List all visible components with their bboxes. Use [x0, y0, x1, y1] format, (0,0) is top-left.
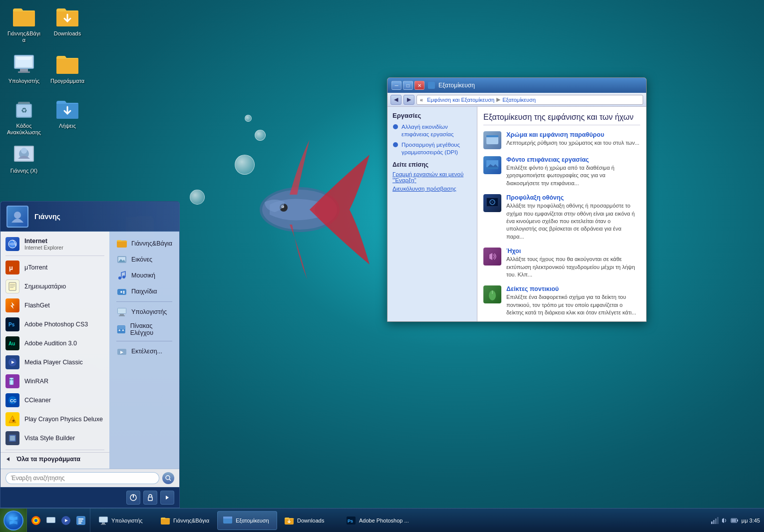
- start-item-mpc[interactable]: Media Player Classic: [0, 353, 109, 372]
- quick-btn-nav[interactable]: [74, 514, 88, 528]
- svg-rect-39: [11, 378, 12, 385]
- quick-btn-show-desktop[interactable]: [44, 514, 58, 528]
- right-item-giannis[interactable]: Γιάννης&Βάγια: [109, 236, 179, 252]
- start-item-utorrent[interactable]: μ μTorrent: [0, 258, 109, 277]
- start-item-photoshop[interactable]: Ps Adobe Photoshop CS3: [0, 315, 109, 334]
- start-item-ccleaner[interactable]: CC CCleaner: [0, 391, 109, 410]
- search-button[interactable]: [162, 472, 174, 484]
- svg-rect-121: [717, 517, 719, 524]
- search-input[interactable]: [5, 472, 159, 484]
- sidebar-link-icons[interactable]: Αλλαγή εικονιδίων επιφάνειας εργασίας: [392, 123, 472, 138]
- sidebar-link-dpi[interactable]: Προσαρμογή μεγέθους γραμματοσειράς (DPI): [392, 141, 472, 156]
- arrow-button[interactable]: [160, 491, 174, 505]
- computer-icon: [12, 52, 36, 76]
- ie-sublabel: Internet Explorer: [24, 245, 63, 251]
- lock-button[interactable]: [143, 491, 157, 505]
- quick-btn-media[interactable]: [59, 514, 73, 528]
- desktop-icon-giannis-vayia-top[interactable]: Γιάννης&Βάγια: [4, 2, 44, 45]
- start-menu-search: [0, 469, 179, 487]
- power-button[interactable]: [126, 491, 140, 505]
- show-desktop-icon: [45, 515, 56, 526]
- breadcrumb-part-2[interactable]: Εξατομίκευση: [502, 97, 536, 103]
- sounds-title[interactable]: Ήχοι: [506, 248, 640, 255]
- all-programs-item[interactable]: Όλα τα προγράμματα: [0, 452, 109, 466]
- screensaver-title[interactable]: Προφύλαξη οθόνης: [506, 194, 640, 201]
- quick-btn-firefox[interactable]: [29, 514, 43, 528]
- svg-rect-110: [102, 523, 105, 524]
- maximize-button[interactable]: □: [403, 81, 413, 90]
- start-item-crayon[interactable]: ★ Play Crayon Physics Deluxe: [0, 410, 109, 429]
- back-button[interactable]: ◀: [390, 95, 401, 105]
- desktop-icon-downloads-top[interactable]: Downloads: [47, 2, 87, 39]
- svg-point-52: [122, 275, 125, 278]
- see-also-link-1[interactable]: Γραμμή εργασιών και μενού "Έναρξη": [392, 171, 472, 183]
- start-item-internet[interactable]: Internet Internet Explorer: [0, 235, 109, 254]
- sidebar-link-2-text: Προσαρμογή μεγέθους γραμματοσειράς (DPI): [401, 141, 472, 156]
- desktop: Γιάννης&Βάγια Downloads Υπολογιστής: [0, 0, 764, 532]
- computer-label: Υπολογιστής: [8, 78, 40, 84]
- svg-point-51: [118, 276, 121, 279]
- taskbar-item-computer[interactable]: Υπολογιστής: [93, 511, 153, 530]
- sidebar-link-icon-2: [392, 142, 398, 148]
- taskbar-item-downloads[interactable]: Downloads: [279, 511, 339, 530]
- taskbar-photoshop-icon: Ps: [346, 516, 356, 526]
- svg-rect-125: [737, 520, 738, 522]
- right-item-music[interactable]: Μουσική: [109, 267, 179, 283]
- start-item-audition[interactable]: Au Adobe Audition 3.0: [0, 334, 109, 353]
- screensaver-icon: [483, 194, 501, 212]
- minimize-button[interactable]: ─: [391, 81, 401, 90]
- svg-rect-61: [119, 315, 125, 316]
- programmata-label: Προγράμματα: [50, 78, 84, 84]
- start-button[interactable]: [0, 509, 27, 532]
- right-games-label: Παιχνίδια: [131, 288, 157, 295]
- desktop-bg-title[interactable]: Φόντο επιφάνειας εργασίας: [506, 156, 640, 163]
- control-panel-window: ─ □ ✕ Εξατομίκευση ◀ ▶ « Εμφάνιση και Εξ…: [387, 77, 647, 322]
- lock-icon: [146, 494, 154, 502]
- taskbar-item-photoshop[interactable]: Ps Adobe Photoshop ...: [341, 511, 414, 530]
- audition-icon: Au: [5, 336, 19, 350]
- taskbar: Υπολογιστής Γιάννης&Βάγια Εξατομίκευση D…: [0, 508, 764, 532]
- user-avatar: [6, 206, 28, 228]
- right-item-games[interactable]: Παιχνίδια: [109, 283, 179, 299]
- taskbar-item-giannis[interactable]: Γιάννης&Βάγια: [155, 511, 215, 530]
- right-item-run[interactable]: Εκτέλεση...: [109, 343, 179, 359]
- audition-label: Adobe Audition 3.0: [24, 340, 77, 347]
- start-menu: Γιάννης Internet Internet Explorer: [0, 201, 180, 508]
- sidebar-tasks-header: Εργασίες: [392, 112, 472, 119]
- taskbar-downloads-label: Downloads: [297, 518, 324, 524]
- crayon-label: Play Crayon Physics Deluxe: [24, 416, 103, 423]
- start-item-vista[interactable]: Vista Style Builder: [0, 429, 109, 448]
- svg-point-0: [260, 187, 340, 232]
- right-item-control-panel[interactable]: Πίνακας Ελέγχου: [109, 320, 179, 339]
- giannis-x-label: Γιάννης (Χ): [10, 168, 38, 174]
- right-music-label: Μουσική: [131, 272, 155, 279]
- sounds-icon: [483, 248, 501, 266]
- desktop-icon-computer[interactable]: Υπολογιστής: [4, 50, 44, 86]
- start-item-flashget[interactable]: FlashGet: [0, 296, 109, 315]
- desktop-icon-recycle[interactable]: ♻ Κάδος Ανακύκλωσης: [4, 95, 44, 138]
- taskbar-item-exatomikeusi[interactable]: Εξατομίκευση: [217, 511, 277, 530]
- desktop-icon-lipseis[interactable]: Λήψεις: [47, 95, 87, 131]
- start-item-winrar[interactable]: WinRAR: [0, 372, 109, 391]
- see-also-link-2[interactable]: Διευκόλυνση πρόσβασης: [392, 186, 472, 192]
- right-item-images[interactable]: Εικόνες: [109, 252, 179, 267]
- flashget-label: FlashGet: [24, 302, 50, 309]
- desktop-icon-giannis-x[interactable]: Γιάννης (Χ): [4, 140, 44, 176]
- desktop-bg-desc: Επιλέξτε φόντο ή χρώμα από τα διαθέσιμα …: [506, 164, 640, 187]
- notepad-label: Σημειωματάριο: [24, 283, 66, 290]
- svg-point-56: [123, 291, 125, 292]
- close-button[interactable]: ✕: [414, 81, 424, 90]
- right-item-computer[interactable]: Υπολογιστής: [109, 304, 179, 320]
- window-color-title[interactable]: Χρώμα και εμφάνιση παραθύρου: [506, 131, 640, 138]
- images-icon: [116, 254, 127, 265]
- taskbar-folder-icon: [160, 516, 170, 526]
- start-menu-right: Γιάννης&Βάγια Εικόνες Μουσική Παιχνίδια: [109, 232, 179, 469]
- breadcrumb-part-1[interactable]: Εμφάνιση και Εξατομίκευση: [427, 97, 494, 103]
- giannis-vayia-top-label: Γιάννης&Βάγια: [6, 30, 42, 43]
- winrar-label: WinRAR: [24, 378, 48, 385]
- control-panel-title-icon: [427, 81, 435, 89]
- mouse-title[interactable]: Δείκτες ποντικιού: [506, 285, 640, 292]
- desktop-icon-programmata[interactable]: Προγράμματα: [47, 50, 87, 86]
- start-item-notepad[interactable]: Σημειωματάριο: [0, 277, 109, 296]
- forward-button[interactable]: ▶: [403, 95, 414, 105]
